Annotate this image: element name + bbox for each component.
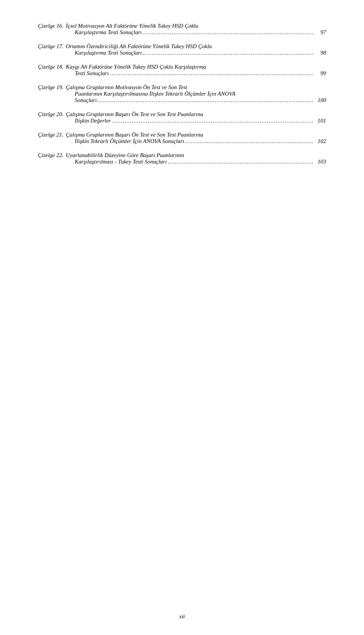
entry-text-19-line1: Çalışma Gruplarının Motivasyon Ön Test v…	[66, 84, 187, 91]
entry-text-22-line1: Uyarlanabilirlik Düzeyine Göre Başarı Pu…	[66, 152, 184, 159]
page-number-22: 103	[315, 159, 326, 165]
entry-text-21-line1: Çalışma Gruplarının Başarı Ön Test ve So…	[66, 132, 203, 138]
page-number-16: 97	[315, 29, 326, 36]
entry-text-20-line2: İlişkin Değerler	[75, 118, 111, 124]
toc-entry-cizelge17: Çizelge 17. Ortamın Özendiriciliği Alt F…	[38, 43, 326, 57]
dots-17	[143, 50, 314, 56]
footer-page-number: xii	[179, 613, 185, 619]
dots-20	[112, 118, 314, 124]
entry-text-18-line1: Kaygı Alt Faktörüne Yönelik Tukey HSD Ço…	[66, 64, 206, 70]
entry-text-16-line2: Karşılaştırma Testi Sonuçları	[75, 29, 142, 36]
entry-text-22-line2: Karşılaştırılması - Tukey Testi Sonuçlar…	[75, 159, 167, 165]
page-number-18: 99	[315, 70, 326, 77]
toc-entry-cizelge20: Çizelge 20. Çalışma Gruplarının Başarı Ö…	[38, 111, 326, 125]
toc-entry-cizelge18: Çizelge 18. Kaygı Alt Faktörüne Yönelik …	[38, 64, 326, 77]
entry-label-20: Çizelge 20.	[38, 111, 64, 118]
entry-label-22: Çizelge 22.	[38, 152, 64, 159]
toc-entry-cizelge19: Çizelge 19. Çalışma Gruplarının Motivasy…	[38, 84, 326, 104]
entry-label-19: Çizelge 19.	[38, 84, 64, 91]
dots-21	[185, 138, 314, 145]
entry-text-21-line2: İlişkin Tekrarlı Ölçümler İçin ANOVA Son…	[75, 138, 184, 145]
dots-18	[110, 70, 314, 77]
dots-22	[168, 159, 314, 165]
toc-entry-cizelge22: Çizelge 22. Uyarlanabilirlik Düzeyine Gö…	[38, 152, 326, 166]
entry-label-18: Çizelge 18.	[38, 64, 64, 70]
entry-text-18-line2: Testi Sonuçları	[75, 70, 109, 77]
entry-label-17: Çizelge 17.	[38, 43, 64, 50]
entry-label-16: Çizelge 16.	[38, 23, 64, 29]
entry-text-20-line1: Çalışma Gruplarının Başarı Ön Test ve So…	[66, 111, 203, 118]
dots-16	[143, 29, 314, 36]
entry-text-17-line1: Ortamın Özendiriciliği Alt Faktörüne Yön…	[66, 43, 212, 50]
page-number-20: 101	[315, 118, 326, 124]
toc-entry-cizelge21: Çizelge 21. Çalışma Gruplarının Başarı Ö…	[38, 132, 326, 145]
entry-text-19-line3: Sonuçları	[75, 97, 97, 104]
entry-text-16-line1: İçsel Motivasyon Alt Faktörüne Yönelik T…	[66, 23, 198, 29]
page-number-17: 98	[315, 50, 326, 56]
page-number-21: 102	[315, 138, 326, 145]
entry-text-19-line2: Puanlarının Karşılaştırılmasına İlişkin …	[75, 91, 235, 97]
dots-19	[98, 97, 314, 104]
entry-text-17-line2: Karşılaştırma Testi Sonuçları	[75, 50, 142, 56]
page-number-19: 100	[315, 97, 326, 104]
page-footer: xii	[0, 613, 364, 620]
page-content: Çizelge 16. İçsel Motivasyon Alt Faktörü…	[0, 0, 364, 203]
toc-entry-cizelge16: Çizelge 16. İçsel Motivasyon Alt Faktörü…	[38, 23, 326, 36]
entry-label-21: Çizelge 21.	[38, 132, 64, 138]
